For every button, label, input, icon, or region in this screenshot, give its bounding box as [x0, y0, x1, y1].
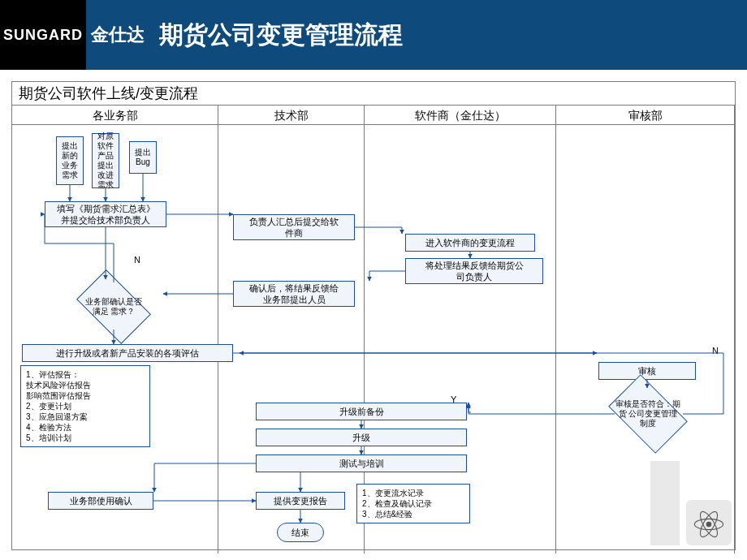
node-leader-submit: 负责人汇总后提交给软 件商: [233, 214, 355, 240]
node-audit: 审核: [598, 362, 696, 380]
node-audit-text: 审核是否符合：期货 公司变更管理制度: [615, 399, 680, 429]
node-feedback-business: 确认后，将结果反馈给 业务部提出人员: [233, 281, 355, 307]
atom-icon: [691, 506, 727, 542]
node-change-report: 提供变更报告: [256, 492, 345, 510]
header: SUNGARD 金仕达 期货公司变更管理流程: [0, 0, 747, 70]
lane-header-tech: 技术部: [218, 106, 364, 125]
node-vendor-feedback: 将处理结果反馈给期货公 司负责人: [405, 258, 543, 284]
node-vendor-flow: 进入软件商的变更流程: [405, 234, 535, 252]
label-y: Y: [451, 394, 456, 404]
node-use-confirm: 业务部使用确认: [48, 492, 153, 510]
label-n2: N: [712, 346, 719, 355]
lane-audit: 审核部: [556, 106, 735, 554]
note-report-items: 1、变更流水记录 2、检查及确认记录 3、总结&经验: [356, 484, 470, 523]
node-end: 结束: [277, 523, 324, 542]
page-title: 期货公司变更管理流程: [145, 0, 403, 70]
node-upgrade: 升级: [256, 429, 467, 446]
diagram-title: 期货公司软件上线/变更流程: [12, 82, 735, 106]
lane-header-audit: 审核部: [556, 106, 734, 125]
node-evaluate: 进行升级或者新产品安装的各项评估: [22, 344, 233, 362]
deco-bar-icon: [650, 461, 680, 545]
node-improve-requirement: 对原 软件 产品 提出 改进 需求: [92, 133, 119, 188]
brand-text: 金仕达: [86, 0, 145, 70]
note-evaluation-items: 1、评估报告： 技术风险评估报告 影响范围评估报告 2、变更计划 3、应急回退方…: [20, 365, 150, 447]
logo-text: SUNGARD: [3, 27, 83, 44]
node-backup: 升级前备份: [256, 403, 467, 420]
node-new-requirement: 提出 新的 业务 需求: [56, 136, 84, 185]
lane-tech: 技术部: [218, 106, 365, 554]
label-n1: N: [134, 255, 140, 265]
node-fill-form: 填写《期货需求汇总表》 并提交给技术部负责人: [45, 201, 166, 227]
node-bug: 提出 Bug: [129, 141, 157, 174]
lane-header-business: 各业务部: [12, 106, 218, 125]
node-confirm-text: 业务部确认是否满足 需求？: [83, 297, 145, 317]
svg-point-0: [706, 522, 712, 528]
lane-header-vendor: 软件商（金仕达）: [365, 106, 555, 125]
logo-box: SUNGARD: [0, 0, 86, 70]
swimlanes: 各业务部 技术部 软件商（金仕达） 审核部 提出 新的 业务 需求 对原 软件 …: [12, 106, 735, 554]
diagram: 期货公司软件上线/变更流程 各业务部 技术部 软件商（金仕达） 审核部 提出 新…: [11, 81, 736, 550]
node-test-train: 测试与培训: [256, 454, 467, 472]
